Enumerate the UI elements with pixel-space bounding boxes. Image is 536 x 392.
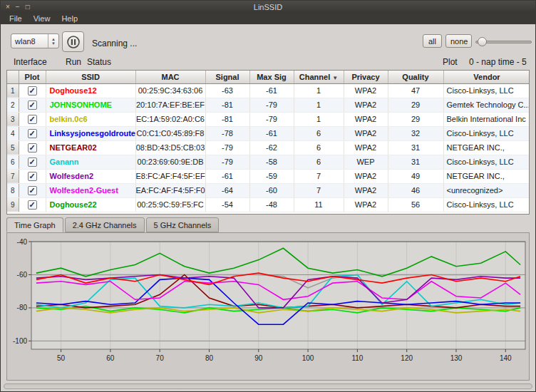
table-row[interactable]: 7✓Wolfesden2E8:FC:AF:F4:5F:EF-61-597WPA2… [7, 169, 530, 183]
svg-text:120: 120 [401, 354, 413, 362]
plot-checkbox[interactable]: ✓ [28, 200, 37, 210]
svg-text:-100: -100 [13, 337, 27, 345]
table-row[interactable]: 6✓Ganann00:23:69:60:9E:DB-79-586WEP31Cis… [7, 155, 530, 169]
table-row[interactable]: 5✓NETGEAR0208:BD:43:D5:CB:03-79-626WPA23… [7, 140, 530, 155]
svg-text:-60: -60 [17, 271, 28, 279]
menu-help[interactable]: Help [57, 14, 82, 23]
vendor-cell: NETGEAR INC., [443, 140, 530, 155]
tab-time-graph[interactable]: Time Graph [6, 217, 63, 232]
ap-table: Plot SSID MAC Signal Max Sig Channel▼ Pr… [6, 70, 530, 215]
header-max-sig[interactable]: Max Sig [249, 71, 294, 83]
interface-select[interactable]: wlan8 ▲ ▼ [11, 33, 59, 48]
plot-cell[interactable]: ✓ [19, 126, 46, 140]
ssid-cell: Doghouse12 [46, 83, 135, 98]
header-quality[interactable]: Quality [388, 71, 443, 83]
table-row[interactable]: 3✓belkin.0c6EC:1A:59:02:A0:C6-81-791WPA2… [7, 112, 530, 126]
ssid-cell: Ganann [46, 155, 135, 169]
header-channel[interactable]: Channel▼ [294, 71, 344, 83]
chart-panel: -40-60-80-1005060708090100110120130140 [6, 232, 530, 381]
menu-file[interactable]: File [5, 14, 26, 23]
plot-cell[interactable]: ✓ [19, 155, 46, 169]
max-sig-cell: -62 [249, 140, 294, 155]
privacy-cell: WPA2 [344, 169, 388, 183]
svg-text:140: 140 [500, 354, 512, 362]
max-sig-cell: -48 [249, 197, 294, 212]
channel-cell: 6 [294, 155, 344, 169]
header-ssid[interactable]: SSID [46, 71, 135, 83]
signal-cell: -61 [205, 169, 249, 183]
plot-checkbox[interactable]: ✓ [28, 158, 37, 167]
mac-cell: E8:FC:AF:F4:5F:EF [135, 169, 205, 183]
header-privacy[interactable]: Privacy [344, 71, 388, 83]
check-icon: ✓ [29, 87, 36, 95]
horizontal-scrollbar[interactable] [4, 383, 532, 389]
plot-checkbox[interactable]: ✓ [28, 86, 37, 96]
spin-down-icon[interactable]: ▼ [51, 41, 56, 46]
plot-cell[interactable]: ✓ [19, 197, 46, 212]
channel-cell: 6 [294, 140, 344, 155]
signal-cell: -81 [205, 98, 249, 112]
plot-checkbox[interactable]: ✓ [28, 143, 37, 153]
plot-cell[interactable]: ✓ [19, 183, 46, 197]
maximize-button[interactable]: □ [26, 4, 30, 11]
table-row[interactable]: 9✓Doghouse2200:25:9C:59:F5:FC-54-4811WPA… [7, 197, 530, 212]
check-icon: ✓ [29, 158, 36, 166]
row-number: 7 [7, 169, 19, 183]
row-number: 9 [7, 197, 19, 212]
vendor-cell: <unrecognized> [443, 183, 530, 197]
check-icon: ✓ [29, 201, 36, 209]
interface-spinner[interactable]: ▲ ▼ [48, 34, 58, 48]
table-row[interactable]: 2✓JOHNSONHOME20:10:7A:EF:BE:EF-81-791WPA… [7, 98, 530, 112]
plot-cell[interactable]: ✓ [19, 112, 46, 126]
menu-view[interactable]: View [29, 14, 55, 23]
close-button[interactable]: × [6, 4, 10, 11]
window-controls: × − □ [1, 4, 30, 11]
plot-checkbox[interactable]: ✓ [28, 129, 37, 138]
max-sig-cell: -79 [249, 98, 294, 112]
header-plot[interactable]: Plot [19, 71, 46, 83]
svg-text:-40: -40 [17, 238, 28, 246]
ssid-cell: belkin.0c6 [46, 112, 135, 126]
svg-text:90: 90 [254, 354, 263, 362]
ssid-cell: Wolfesden2-Guest [46, 183, 135, 197]
svg-text:80: 80 [205, 354, 214, 362]
plot-checkbox[interactable]: ✓ [28, 172, 37, 181]
svg-text:50: 50 [57, 354, 66, 362]
run-button[interactable] [62, 31, 84, 52]
tab-5ghz-channels[interactable]: 5 GHz Channels [146, 217, 220, 232]
plot-checkbox[interactable]: ✓ [28, 115, 37, 124]
header-signal[interactable]: Signal [205, 71, 249, 83]
plot-cell[interactable]: ✓ [19, 169, 46, 183]
header-mac[interactable]: MAC [135, 71, 205, 83]
tab-24ghz-channels[interactable]: 2.4 GHz Channels [65, 217, 145, 232]
plot-cell[interactable]: ✓ [19, 140, 46, 155]
privacy-cell: WPA2 [344, 126, 388, 140]
plot-none-button[interactable]: none [445, 34, 472, 48]
close-icon: × [6, 3, 10, 11]
table-row[interactable]: 4✓LinksysjonesgoldrouterC0:C1:C0:45:89:F… [7, 126, 530, 140]
table-row[interactable]: 8✓Wolfesden2-GuestEA:FC:AF:F4:5F:F0-64-6… [7, 183, 530, 197]
header-vendor[interactable]: Vendor [443, 71, 530, 83]
privacy-cell: WPA2 [344, 140, 388, 155]
signal-cell: -79 [205, 140, 249, 155]
plot-all-button[interactable]: all [423, 34, 442, 48]
nap-time-slider[interactable] [475, 37, 532, 46]
mac-cell: EC:1A:59:02:A0:C6 [135, 112, 205, 126]
plot-checkbox[interactable]: ✓ [28, 186, 37, 195]
plot-cell[interactable]: ✓ [19, 98, 46, 112]
vendor-cell: Cisco-Linksys, LLC [443, 83, 530, 98]
slider-handle[interactable] [478, 37, 487, 46]
mac-cell: C0:C1:C0:45:89:F8 [135, 126, 205, 140]
check-icon: ✓ [29, 130, 36, 138]
minimize-icon: − [16, 3, 20, 11]
status-label: Status [87, 57, 111, 67]
plot-checkbox[interactable]: ✓ [28, 100, 37, 110]
toolbar: wlan8 ▲ ▼ Scanning ... Interface Run Sta… [1, 24, 535, 70]
row-number: 2 [7, 98, 19, 112]
nap-time-label: 0 - nap time - 5 [469, 57, 527, 67]
check-icon: ✓ [29, 172, 36, 180]
table-row[interactable]: 1✓Doghouse1200:25:9C:34:63:06-63-611WPA2… [7, 83, 530, 98]
corner-header [7, 71, 19, 83]
plot-cell[interactable]: ✓ [19, 83, 46, 98]
minimize-button[interactable]: − [16, 4, 20, 11]
